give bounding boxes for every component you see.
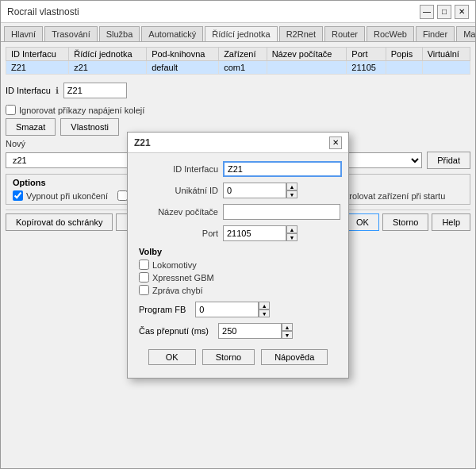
modal-programfb-row: Program FB ▲ ▼ — [139, 302, 337, 317]
modal-ok-button[interactable]: OK — [148, 349, 196, 365]
modal-programfb-spinbtns: ▲ ▼ — [259, 302, 270, 317]
modal-id-label: ID Interfacu — [139, 164, 218, 174]
lokomotivy-label: Lokomotivy — [152, 260, 197, 270]
volby-xpressnet-row: Xpressnet GBM — [139, 272, 337, 283]
zprava-checkbox[interactable] — [139, 285, 149, 295]
programfb-label: Program FB — [139, 305, 186, 314]
tab-hlavni[interactable]: Hlavní — [4, 26, 43, 41]
modal-body: ID Interfacu Unikátní ID ▲ ▼ — [128, 153, 348, 378]
volby-title: Volby — [139, 247, 337, 256]
modal-id-row: ID Interfacu — [139, 161, 337, 177]
modal-cas-spinbtns: ▲ ▼ — [282, 323, 293, 339]
modal-uid-input[interactable] — [223, 183, 286, 198]
title-bar: Rocrail vlastnosti — □ ✕ — [1, 1, 475, 23]
window-title: Rocrail vlastnosti — [7, 6, 79, 17]
xpressnet-label: Xpressnet GBM — [152, 273, 214, 283]
volby-zprava-row: Zpráva chybí — [139, 285, 337, 295]
modal-port-row: Port ▲ ▼ — [139, 225, 337, 241]
minimize-button[interactable]: — — [420, 5, 434, 19]
modal-uid-label: Unikátní ID — [139, 186, 218, 195]
volby-section: Volby Lokomotivy Xpressnet GBM Zpráva ch… — [139, 247, 337, 295]
volby-lokomotivy-row: Lokomotivy — [139, 259, 337, 270]
maximize-button[interactable]: □ — [437, 5, 451, 19]
tab-trasovani[interactable]: Trasování — [44, 26, 98, 41]
modal-cas-row: Čas přepnutí (ms) ▲ ▼ — [139, 323, 337, 339]
modal-programfb-input[interactable] — [195, 302, 259, 317]
modal-uid-spin: ▲ ▼ — [223, 183, 298, 198]
xpressnet-checkbox[interactable] — [139, 272, 149, 283]
uid-spin-up[interactable]: ▲ — [286, 183, 298, 190]
modal-id-input[interactable] — [223, 161, 342, 177]
programfb-spin-down[interactable]: ▼ — [259, 309, 270, 317]
modal-napoveda-button[interactable]: Nápověda — [261, 349, 328, 365]
modal-port-label: Port — [139, 229, 218, 238]
modal-button-row: OK Storno Nápověda — [139, 344, 337, 370]
modal-cas-input[interactable] — [218, 323, 282, 339]
modal-title: Z21 — [134, 137, 151, 148]
modal-overlay: Z21 ✕ ID Interfacu Unikátní ID — [1, 42, 475, 468]
port-spin-down[interactable]: ▼ — [286, 233, 298, 241]
modal-port-input[interactable] — [223, 225, 286, 241]
modal-computer-row: Název počítače — [139, 204, 337, 220]
title-controls: — □ ✕ — [420, 5, 469, 19]
modal-storno-button[interactable]: Storno — [202, 349, 255, 365]
tab-rocweb[interactable]: RocWeb — [367, 26, 414, 41]
tab-mapovani[interactable]: Mapování příkazů — [456, 26, 475, 41]
modal-close-button[interactable]: ✕ — [329, 136, 342, 149]
modal-title-bar: Z21 ✕ — [128, 133, 348, 153]
modal-uid-row: Unikátní ID ▲ ▼ — [139, 183, 337, 198]
close-button[interactable]: ✕ — [455, 5, 469, 19]
port-spin-up[interactable]: ▲ — [286, 225, 298, 233]
modal-programfb-spin: ▲ ▼ — [195, 302, 270, 317]
modal-dialog: Z21 ✕ ID Interfacu Unikátní ID — [127, 132, 349, 379]
cas-spin-up[interactable]: ▲ — [282, 323, 293, 331]
tab-finder[interactable]: Finder — [416, 26, 455, 41]
modal-cas-spin: ▲ ▼ — [218, 323, 293, 339]
modal-computer-label: Název počítače — [139, 207, 218, 217]
zprava-label: Zpráva chybí — [152, 286, 203, 295]
cas-label: Čas přepnutí (ms) — [139, 326, 209, 336]
lokomotivy-checkbox[interactable] — [139, 259, 149, 270]
content-area: ID Interfacu Řídící jednotka Pod-knihovn… — [1, 42, 475, 468]
tab-ridici-jednotka[interactable]: Řídící jednotka — [205, 26, 277, 42]
modal-computer-input[interactable] — [223, 204, 340, 220]
uid-spin-down[interactable]: ▼ — [286, 190, 298, 198]
modal-port-spinbtns: ▲ ▼ — [286, 225, 298, 241]
main-window: Rocrail vlastnosti — □ ✕ Hlavní Trasován… — [0, 0, 476, 469]
cas-spin-down[interactable]: ▼ — [282, 331, 293, 339]
tab-sluzba[interactable]: Služba — [99, 26, 140, 41]
tab-automaticky[interactable]: Automatický — [141, 26, 203, 41]
tab-bar: Hlavní Trasování Služba Automatický Řídí… — [1, 23, 475, 42]
programfb-spin-up[interactable]: ▲ — [259, 302, 270, 309]
tab-router[interactable]: Router — [324, 26, 365, 41]
modal-port-spin: ▲ ▼ — [223, 225, 298, 241]
tab-r2rnet[interactable]: R2Rnet — [279, 26, 323, 41]
modal-uid-spinbtns: ▲ ▼ — [286, 183, 298, 198]
